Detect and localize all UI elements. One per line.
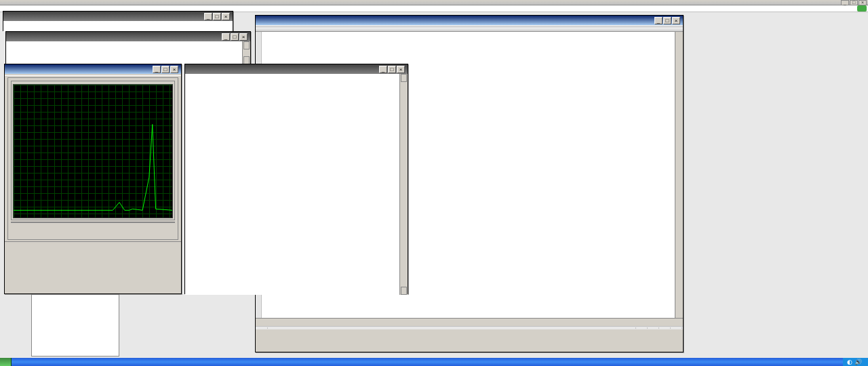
tm-columns [11,222,175,223]
status-lang [256,327,268,329]
tray-icon[interactable]: 🔊 [854,359,862,365]
taskbar: ◐ 🔊 [0,358,868,366]
close-icon[interactable]: × [672,17,680,24]
tm-network-group [11,81,175,220]
minimize-icon[interactable]: _ [379,66,387,73]
maximize-icon[interactable]: □ [388,66,396,73]
task-manager-window[interactable]: _□× [4,64,182,294]
cmd2-titlebar[interactable]: _□× [6,32,250,41]
cmd1-body [3,21,233,32]
cmd-window-1[interactable]: _□× [3,11,233,31]
system-tray[interactable]: ◐ 🔊 [843,358,868,366]
cmd-window-2[interactable]: _□× [5,31,251,64]
scrollbar-v[interactable] [675,32,683,326]
minimize-icon[interactable]: _ [222,33,230,41]
folder-tree[interactable] [31,294,119,357]
status-eol [648,327,659,329]
scrollbar[interactable] [399,74,408,295]
npp-titlebar[interactable]: _□× [256,16,683,25]
go-icon[interactable] [857,5,867,12]
maximize-icon[interactable]: □ [663,17,671,24]
close-icon[interactable]: × [397,66,405,73]
minimize-icon[interactable]: _ [153,66,161,73]
scrollbar[interactable] [242,41,250,64]
status-pos [636,327,648,329]
tm-titlebar[interactable]: _□× [5,64,181,74]
scrollbar-h[interactable] [256,318,683,326]
browser-chrome: _ □ × [0,0,868,5]
close-icon[interactable]: × [170,66,178,73]
maximize-icon[interactable]: □ [213,13,221,20]
graph-line [14,85,172,216]
close-icon[interactable]: × [239,33,248,41]
close-icon[interactable]: × [222,13,230,20]
status-ins [671,327,682,329]
start-button[interactable] [0,358,12,366]
network-graph [13,84,173,218]
cmd2-body [6,41,250,64]
status-length [625,327,636,329]
cmd1-titlebar[interactable]: _□× [3,12,233,21]
maximize-icon[interactable]: □ [161,66,170,73]
cmd-window-3[interactable]: _□× [184,64,408,294]
status-spacer [268,327,625,329]
tm-menubar [5,74,181,76]
minimize-icon[interactable]: _ [204,13,212,20]
status-enc [659,327,671,329]
cmd3-titlebar[interactable]: _□× [185,64,408,74]
cmd3-body [185,74,408,295]
npp-statusbar [256,326,683,329]
tm-statusbar [5,241,181,243]
close-button[interactable]: × [859,0,867,5]
tm-panel [7,77,178,240]
maximize-button[interactable]: □ [850,0,858,5]
maximize-icon[interactable]: □ [231,33,239,41]
window-controls: _ □ × [840,0,867,5]
minimize-button[interactable]: _ [841,0,849,5]
tray-icon[interactable]: ◐ [847,359,852,365]
minimize-icon[interactable]: _ [654,17,663,24]
